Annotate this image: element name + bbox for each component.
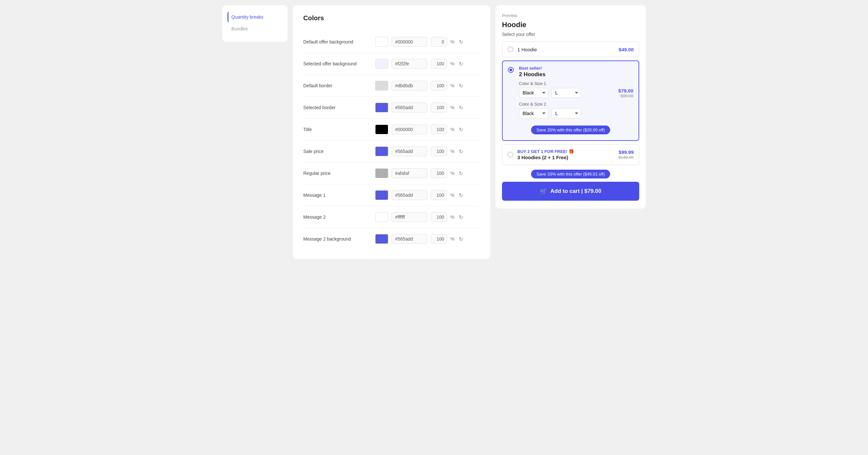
color-swatch-message1[interactable] <box>375 190 388 200</box>
hex-input-selected-border[interactable] <box>392 103 428 113</box>
variant-label-1: Color & Size 1 <box>519 81 633 86</box>
color-controls: % ↻ <box>375 59 464 69</box>
offer-row-3[interactable]: BUY 2 GET 1 FOR FREE! 🎁 3 Hoodies (2 + 1… <box>502 144 639 165</box>
color-swatch-title[interactable] <box>375 125 388 134</box>
color-label: Selected offer background <box>303 61 375 66</box>
color-controls: % ↻ <box>375 212 464 222</box>
color-label: Title <box>303 127 375 132</box>
sidebar-item-quantity-breaks[interactable]: Quantity breaks <box>227 12 282 22</box>
reset-button-message1[interactable]: ↻ <box>458 191 464 200</box>
percent-label: % <box>450 192 454 198</box>
percent-label: % <box>450 171 454 176</box>
color-label: Message 1 <box>303 192 375 198</box>
percent-label: % <box>450 236 454 242</box>
reset-button-title[interactable]: ↻ <box>458 125 464 134</box>
color-row-message1: Message 1 % ↻ <box>303 184 480 206</box>
color-swatch-default-offer-bg[interactable] <box>375 37 388 47</box>
offer3-original-price: $149.00 <box>618 155 634 160</box>
reset-button-sale-price[interactable]: ↻ <box>458 147 464 156</box>
offer2-original-price: $99.00 <box>614 93 633 98</box>
color-label: Default offer background <box>303 39 375 44</box>
color-row-sale-price: Sale price % ↻ <box>303 141 480 162</box>
color-controls: % ↻ <box>375 37 464 47</box>
offer2-save-badge: Save 20% with this offer ($20.00 off) <box>531 125 610 134</box>
hex-input-message1[interactable] <box>392 190 428 200</box>
opacity-input-selected-offer-bg[interactable] <box>431 59 447 69</box>
radio-offer1[interactable] <box>507 47 514 52</box>
color-row-default-offer-bg: Default offer background % ↻ <box>303 31 480 53</box>
opacity-input-sale-price[interactable] <box>431 146 447 156</box>
hex-input-message2-bg[interactable] <box>392 234 428 244</box>
best-seller-badge: Best seller! <box>519 66 633 70</box>
offer-row-1[interactable]: 1 Hoodie $49.00 <box>502 41 639 57</box>
offer3-price-block: $99.99 $149.00 <box>618 149 634 160</box>
opacity-input-message2-bg[interactable] <box>431 234 447 244</box>
percent-label: % <box>450 149 454 154</box>
opacity-input-message1[interactable] <box>431 190 447 200</box>
color-swatch-regular-price[interactable] <box>375 168 388 178</box>
reset-button-message2[interactable]: ↻ <box>458 213 464 222</box>
size-select-1[interactable]: L <box>552 88 581 98</box>
hex-input-regular-price[interactable] <box>392 168 428 178</box>
color-label: Sale price <box>303 149 375 154</box>
reset-button-selected-offer-bg[interactable]: ↻ <box>458 60 464 68</box>
add-to-cart-button[interactable]: 🛒 Add to cart | $79.00 <box>502 182 639 201</box>
add-to-cart-label: Add to cart | $79.00 <box>550 188 601 194</box>
sidebar: Quantity breaks Bundles <box>222 5 287 42</box>
color-swatch-message2-bg[interactable] <box>375 234 388 244</box>
color-row-selected-offer-bg: Selected offer background % ↻ <box>303 53 480 75</box>
color-swatch-sale-price[interactable] <box>375 146 388 156</box>
hex-input-selected-offer-bg[interactable] <box>392 59 428 69</box>
offer3-save-badge: Save 33% with this offer ($49.01 off) <box>531 170 610 179</box>
color-row-message2: Message 2 % ↻ <box>303 206 480 228</box>
percent-label: % <box>450 127 454 132</box>
radio-offer2[interactable] <box>508 67 514 73</box>
product-title: Hoodie <box>502 21 639 29</box>
hex-input-message2[interactable] <box>392 212 428 222</box>
offer2-name: 2 Hoodies <box>519 71 633 78</box>
reset-button-regular-price[interactable]: ↻ <box>458 169 464 178</box>
opacity-input-selected-border[interactable] <box>431 103 447 113</box>
color-controls: % ↻ <box>375 168 464 178</box>
preview-label: Preview <box>502 13 639 18</box>
reset-button-message2-bg[interactable]: ↻ <box>458 235 464 244</box>
color-label: Regular price <box>303 171 375 176</box>
panel-title: Colors <box>303 14 480 22</box>
color-label: Message 2 <box>303 214 375 220</box>
colors-panel: Colors Default offer background % ↻ Sele… <box>293 5 490 259</box>
color-select-1[interactable]: Black <box>519 88 548 98</box>
opacity-input-title[interactable] <box>431 125 447 134</box>
offer1-price: $49.00 <box>619 47 634 52</box>
color-controls: % ↻ <box>375 81 464 91</box>
percent-label: % <box>450 214 454 220</box>
hex-input-default-border[interactable] <box>392 81 428 91</box>
percent-label: % <box>450 39 454 44</box>
color-swatch-selected-border[interactable] <box>375 103 388 113</box>
color-label: Selected border <box>303 105 375 110</box>
reset-button-default-offer-bg[interactable]: ↻ <box>458 38 464 47</box>
hex-input-title[interactable] <box>392 125 428 134</box>
offer3-badge: BUY 2 GET 1 FOR FREE! 🎁 <box>517 149 618 154</box>
opacity-input-message2[interactable] <box>431 212 447 222</box>
opacity-input-default-border[interactable] <box>431 81 447 91</box>
offer1-name: 1 Hoodie <box>517 47 619 52</box>
color-controls: % ↻ <box>375 234 464 244</box>
color-swatch-selected-offer-bg[interactable] <box>375 59 388 69</box>
percent-label: % <box>450 105 454 110</box>
opacity-input-regular-price[interactable] <box>431 168 447 178</box>
offer-row-2[interactable]: Best seller! 2 Hoodies Color & Size 1 Bl… <box>502 60 639 141</box>
color-swatch-default-border[interactable] <box>375 81 388 91</box>
reset-button-default-border[interactable]: ↻ <box>458 81 464 90</box>
hex-input-sale-price[interactable] <box>392 146 428 156</box>
radio-offer3[interactable] <box>507 152 514 157</box>
offer3-name: 3 Hoodies (2 + 1 Free) <box>517 155 618 160</box>
color-row-message2-bg: Message 2 background % ↻ <box>303 228 480 250</box>
sidebar-item-bundles[interactable]: Bundles <box>227 24 282 34</box>
hex-input-default-offer-bg[interactable] <box>392 37 428 47</box>
color-swatch-message2[interactable] <box>375 212 388 222</box>
color-select-2[interactable]: Black <box>519 109 548 118</box>
size-select-2[interactable]: L <box>552 109 581 118</box>
color-controls: % ↻ <box>375 103 464 113</box>
opacity-input-default-offer-bg[interactable] <box>431 37 447 47</box>
reset-button-selected-border[interactable]: ↻ <box>458 103 464 112</box>
